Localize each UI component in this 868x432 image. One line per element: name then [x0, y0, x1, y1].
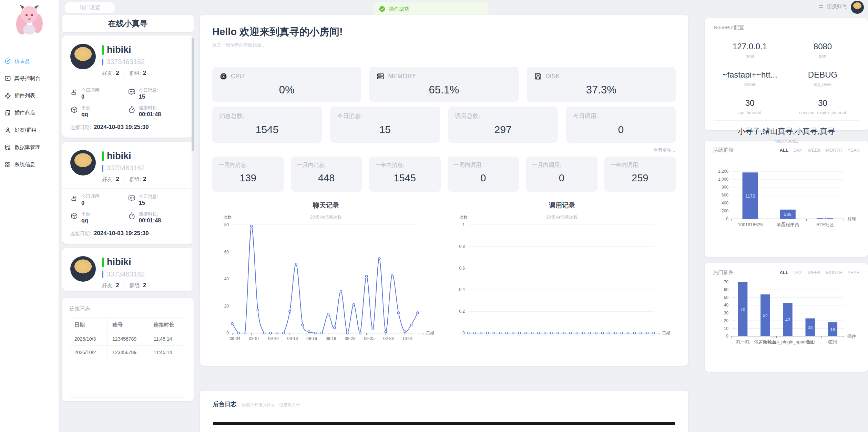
hot-plugins-title: 热门插件 [713, 269, 734, 276]
config-value: 127.0.0.1 [716, 42, 784, 51]
svg-text:nonebot_plugin_sparkapi: nonebot_plugin_sparkapi [763, 339, 813, 344]
stat-label: 今日调用: [573, 112, 669, 120]
svg-text:09-22: 09-22 [345, 336, 356, 341]
toast-message: 操作成功 [389, 6, 409, 12]
stat-value: 1545 [219, 124, 315, 135]
sidebar-item-plugin-store[interactable]: 插件商店 [0, 104, 59, 121]
friends-label: 好友: [102, 70, 114, 77]
stat-label: 一周内消息: [218, 162, 278, 169]
sidebar: 仪表盘 真寻控制台 插件列表 插件商店 好友/群组 数据库管理 系统信息 [0, 0, 59, 432]
tab-month[interactable]: MONTH [826, 270, 843, 275]
sidebar-item-friends-groups[interactable]: 好友/群组 [0, 121, 59, 139]
config-label: log_level [788, 82, 857, 87]
svg-text:10-01: 10-01 [402, 336, 413, 341]
tab-week[interactable]: WEEK [808, 270, 821, 275]
table-row: 2025/10/3 123456789 11:45:14 [70, 332, 186, 346]
msgs-label: 今日消息: [139, 87, 158, 93]
online-status-bar [102, 258, 104, 267]
sidebar-item-label: 插件商店 [14, 110, 35, 116]
config-host: 127.0.0.1 host [714, 36, 786, 64]
svg-text:50: 50 [724, 295, 729, 300]
svg-text:0: 0 [226, 331, 229, 335]
tab-week[interactable]: WEEK [808, 148, 821, 153]
bot-card[interactable]: hibiki 3373463162 好友:2 群组:2 今日调用:0 今日消息:… [62, 36, 194, 138]
svg-text:0.8: 0.8 [459, 244, 465, 249]
config-value: DEBUG [788, 70, 857, 80]
hot-plugins-chart: 010203040506070插件70戳一戳54俄罗斯轮盘43nonebot_p… [713, 276, 860, 358]
view-more-link[interactable]: 查看更多... [213, 147, 675, 153]
id-bar [102, 165, 103, 172]
range-tabs: ALL DAY WEEK MONTH YEAR [780, 148, 860, 153]
stat-value: 0 [573, 124, 669, 135]
tab-all[interactable]: ALL [780, 148, 788, 153]
bot-name: hibiki [107, 151, 131, 161]
id-bar [102, 59, 103, 66]
svg-text:09-28: 09-28 [383, 336, 394, 341]
sidebar-item-dashboard[interactable]: 仪表盘 [0, 52, 59, 70]
config-label: host [716, 53, 784, 59]
svg-text:40: 40 [724, 303, 729, 308]
svg-text:800: 800 [722, 185, 728, 190]
stat-value: 15 [337, 124, 433, 135]
config-label: session_expire_timeout [788, 110, 857, 115]
svg-text:80: 80 [224, 222, 229, 227]
friends-count: 2 [116, 176, 119, 183]
groups-label: 群组: [129, 70, 141, 77]
svg-text:09-16: 09-16 [306, 336, 317, 341]
sidebar-item-console[interactable]: 真寻控制台 [0, 70, 59, 87]
database-icon [4, 144, 11, 151]
year-messages-card: 一年内消息: 1545 [369, 157, 441, 192]
memory-card: MEMORY 65.1% [369, 67, 518, 102]
scrollbar-thumb[interactable] [192, 38, 194, 151]
nonebot-config-card: NoneBot配置 127.0.0.1 host 8080 port ~fast… [705, 18, 868, 130]
svg-text:1,000: 1,000 [718, 177, 728, 182]
stat-value: 259 [611, 172, 670, 184]
active-groups-title: 活跃群聊 [713, 147, 734, 153]
scrollbar-track[interactable] [192, 36, 194, 292]
stat-label: 一年内调用: [611, 162, 670, 169]
charts-row: 聊天记录30天内记录次数次数020406080日期09-0409-0709-10… [212, 199, 676, 348]
tab-year[interactable]: YEAR [848, 148, 860, 153]
tab-year[interactable]: YEAR [848, 270, 860, 275]
duration-label: 连接时长: [139, 211, 161, 217]
svg-text:0.2: 0.2 [459, 309, 465, 314]
svg-text:30: 30 [724, 311, 729, 315]
svg-text:09-25: 09-25 [364, 336, 375, 341]
calls-value: 0 [81, 200, 101, 206]
table-row: 2025/10/2 123456789 11:45:14 [70, 346, 186, 359]
svg-text:70: 70 [724, 280, 729, 284]
calls-label: 今日调用: [81, 193, 101, 200]
console-icon [4, 75, 11, 82]
groups-label: 群组: [129, 176, 141, 183]
tab-day[interactable]: DAY [794, 148, 803, 153]
tab-day[interactable]: DAY [794, 270, 803, 275]
bot-avatar [70, 44, 96, 69]
online-status-bar [102, 45, 104, 55]
friends-count: 2 [116, 70, 119, 77]
logo-image [11, 3, 47, 38]
chat-records-chart: 聊天记录30天内记录次数次数020406080日期09-0409-0709-10… [212, 199, 440, 348]
page-title: Hello 欢迎来到真寻的小房间! [212, 25, 676, 39]
svg-text:20: 20 [724, 318, 729, 323]
conn-date-label: 连接日期: [70, 124, 91, 130]
svg-text:群聊: 群聊 [847, 217, 856, 222]
svg-text:09-07: 09-07 [249, 336, 259, 341]
bot-card[interactable]: hibiki 3373463162 好友:2 群组:2 今日调用:0 今日消息:… [62, 142, 194, 244]
tab-month[interactable]: MONTH [826, 148, 843, 153]
bot-name: hibiki [107, 257, 131, 268]
sidebar-item-system-info[interactable]: 系统信息 [0, 156, 59, 173]
svg-text:60: 60 [724, 287, 729, 292]
msgs-label: 今日消息: [139, 193, 158, 200]
sidebar-item-plugin-list[interactable]: 插件列表 [0, 87, 59, 104]
cpu-label: CPU [231, 73, 244, 80]
tab-all[interactable]: ALL [780, 270, 788, 275]
sidebar-item-database[interactable]: 数据库管理 [0, 139, 59, 156]
svg-text:笨蛋程序员: 笨蛋程序员 [777, 222, 799, 227]
bot-avatar [70, 150, 96, 175]
svg-text:次数: 次数 [223, 215, 232, 220]
friends-label: 好友: [102, 282, 114, 289]
online-panel-title: 在线小真寻 [62, 15, 194, 32]
svg-text:日期: 日期 [662, 331, 670, 335]
bot-id: 3373463162 [106, 164, 145, 172]
bot-card[interactable]: hibiki 3373463162 好友:2 群组:2 [62, 248, 194, 291]
